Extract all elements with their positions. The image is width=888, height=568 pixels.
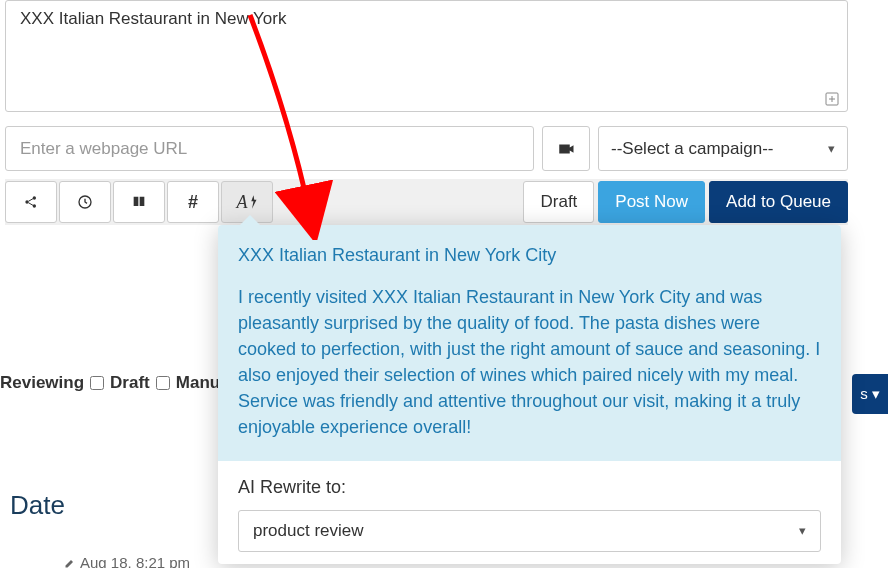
- url-placeholder: Enter a webpage URL: [20, 139, 187, 159]
- add-to-queue-button[interactable]: Add to Queue: [709, 181, 848, 223]
- ai-rewrite-popover: XXX Italian Restaurant in New York City …: [218, 225, 841, 564]
- filter-draft-checkbox[interactable]: [90, 376, 104, 390]
- expand-icon[interactable]: [825, 91, 839, 105]
- video-icon: [557, 140, 575, 158]
- ai-rewrite-select[interactable]: product review ▾: [238, 510, 821, 552]
- post-now-button[interactable]: Post Now: [598, 181, 705, 223]
- share-button[interactable]: [5, 181, 57, 223]
- ai-icon: A: [237, 192, 258, 213]
- campaign-placeholder: --Select a campaign--: [611, 139, 774, 159]
- ai-suggestion-box: XXX Italian Restaurant in New York City …: [218, 225, 841, 461]
- chevron-down-icon: ▾: [799, 523, 806, 538]
- filter-draft-label: Draft: [110, 373, 150, 393]
- video-button[interactable]: [542, 126, 590, 171]
- campaign-select[interactable]: --Select a campaign-- ▾: [598, 126, 848, 171]
- svg-point-3: [25, 200, 28, 203]
- url-row: Enter a webpage URL --Select a campaign-…: [5, 126, 848, 171]
- date-column-header: Date: [10, 490, 65, 521]
- library-button[interactable]: [113, 181, 165, 223]
- pencil-icon: [64, 557, 76, 568]
- ai-rewrite-value: product review: [253, 521, 364, 541]
- ai-rewrite-label: AI Rewrite to:: [238, 477, 821, 498]
- svg-point-5: [33, 204, 36, 207]
- hash-icon: #: [188, 192, 198, 213]
- compose-text: XXX Italian Restaurant in New York: [20, 9, 286, 28]
- clock-icon: [77, 194, 93, 210]
- compose-textarea[interactable]: XXX Italian Restaurant in New York: [5, 0, 848, 112]
- post-timestamp: Aug 18, 8:21 pm: [64, 554, 190, 568]
- filter-manu-label: Manu: [176, 373, 220, 393]
- url-input[interactable]: Enter a webpage URL: [5, 126, 534, 171]
- ai-suggestion-body: I recently visited XXX Italian Restauran…: [238, 284, 821, 441]
- svg-point-4: [33, 196, 36, 199]
- filter-reviewing-label: Reviewing: [0, 373, 84, 393]
- book-icon: [131, 194, 147, 210]
- chevron-down-icon: ▾: [828, 141, 835, 156]
- hashtag-button[interactable]: #: [167, 181, 219, 223]
- schedule-button[interactable]: [59, 181, 111, 223]
- filter-manu-checkbox[interactable]: [156, 376, 170, 390]
- toolbar: # A Draft Post Now Add to Queue: [5, 179, 848, 225]
- ai-rewrite-controls: AI Rewrite to: product review ▾: [218, 461, 841, 564]
- filters-row: Reviewing Draft Manu: [0, 373, 220, 393]
- draft-button[interactable]: Draft: [523, 181, 594, 223]
- ai-suggestion-title: XXX Italian Restaurant in New York City: [238, 245, 821, 266]
- right-dropdown-fragment[interactable]: s ▾: [852, 374, 888, 414]
- share-icon: [23, 194, 39, 210]
